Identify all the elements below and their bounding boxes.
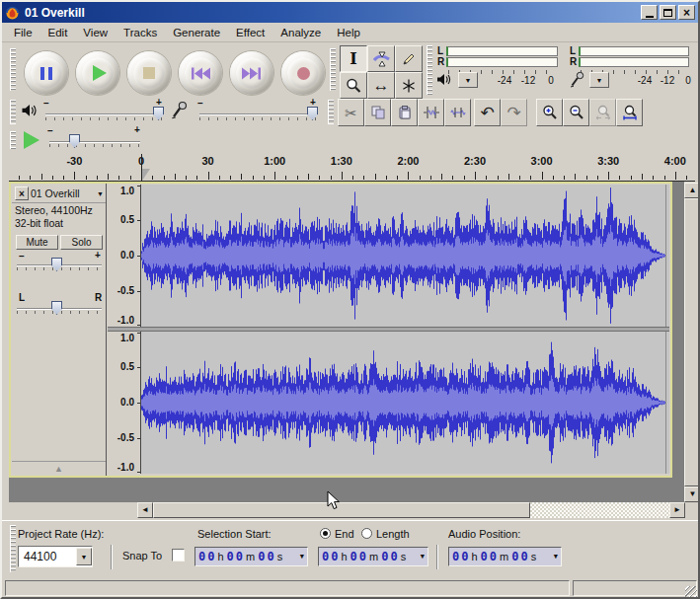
- transport-toolbar-grip[interactable]: [10, 48, 16, 91]
- track-collapse-button[interactable]: ▲: [12, 461, 106, 475]
- minimize-button[interactable]: [641, 5, 658, 20]
- edit-toolbar-grip[interactable]: [328, 100, 334, 124]
- ruler-tick: [430, 176, 431, 180]
- waveform-right-channel[interactable]: [141, 332, 669, 474]
- scroll-right-button[interactable]: ►: [669, 502, 685, 518]
- vertical-scrollbar-thumb[interactable]: [684, 198, 700, 487]
- vertical-scrollbar[interactable]: ▲ ▼: [684, 183, 700, 502]
- playback-meter-dropdown[interactable]: ▼: [458, 72, 478, 88]
- scroll-down-button[interactable]: ▼: [684, 487, 700, 502]
- end-radio[interactable]: [320, 528, 331, 539]
- draw-tool-button[interactable]: [395, 45, 423, 72]
- recording-meter-dropdown[interactable]: ▼: [589, 72, 609, 88]
- track-control-panel[interactable]: × 01 Overkill ▼ Stereo, 44100Hz 32-bit f…: [12, 184, 107, 476]
- selection-end-minutes[interactable]: 00: [350, 550, 368, 563]
- pause-button[interactable]: [25, 51, 68, 95]
- maximize-button[interactable]: [660, 5, 676, 20]
- horizontal-scrollbar-thumb[interactable]: [153, 502, 530, 518]
- scroll-up-button[interactable]: ▲: [684, 183, 700, 198]
- playback-meter-left-bar[interactable]: [446, 46, 558, 56]
- menu-edit[interactable]: Edit: [40, 25, 76, 40]
- vertical-ruler-right-channel[interactable]: 1.00.50.0-0.5-1.0: [108, 332, 141, 474]
- ruler-tick: [575, 174, 576, 180]
- selection-start-field[interactable]: 00h 00m 00s ▼: [194, 547, 308, 566]
- trim-button[interactable]: [418, 99, 444, 126]
- mixer-toolbar-grip[interactable]: [10, 100, 16, 124]
- zoom-in-button[interactable]: [536, 99, 563, 126]
- scroll-left-button[interactable]: ◄: [137, 502, 153, 518]
- menu-help[interactable]: Help: [329, 25, 368, 40]
- menu-generate[interactable]: Generate: [165, 25, 228, 40]
- playhead-marker[interactable]: [142, 169, 150, 181]
- time-format-dropdown-icon[interactable]: ▼: [554, 553, 558, 561]
- mute-button[interactable]: Mute: [16, 235, 58, 250]
- project-rate-select[interactable]: 44100 ▼: [18, 546, 93, 567]
- audio-position-field[interactable]: 00h 00m 00s ▼: [448, 547, 562, 566]
- fit-project-button[interactable]: [616, 99, 643, 126]
- tools-toolbar-grip[interactable]: [330, 48, 336, 91]
- play-at-speed-button[interactable]: [20, 130, 43, 150]
- audio-position-hours[interactable]: 00: [452, 550, 470, 563]
- transcription-toolbar-grip[interactable]: [10, 131, 16, 149]
- track-title-menu[interactable]: 01 Overkill ▼: [31, 187, 104, 200]
- solo-button[interactable]: Solo: [60, 235, 103, 250]
- zoom-tool-button[interactable]: [340, 72, 367, 99]
- menu-effect[interactable]: Effect: [228, 25, 272, 40]
- audacity-logo-icon: [5, 5, 20, 21]
- window-resize-grip[interactable]: [685, 586, 697, 598]
- menu-tracks[interactable]: Tracks: [116, 25, 165, 40]
- close-button[interactable]: ×: [678, 5, 695, 20]
- end-radio-label[interactable]: End: [335, 528, 354, 540]
- selection-start-seconds[interactable]: 00: [258, 550, 275, 563]
- redo-button[interactable]: ↷: [501, 99, 527, 126]
- track-menu-arrow-icon: ▼: [97, 190, 104, 197]
- timeshift-tool-button[interactable]: ↔: [367, 72, 395, 99]
- silence-button[interactable]: [444, 99, 471, 126]
- waveform-left-channel[interactable]: [141, 185, 669, 327]
- output-volume-slider[interactable]: [45, 113, 164, 115]
- skip-to-start-button[interactable]: [179, 51, 222, 95]
- vertical-ruler-left-channel[interactable]: 1.00.50.0-0.5-1.0: [108, 185, 141, 327]
- selection-start-hours[interactable]: 00: [198, 550, 216, 563]
- cut-button[interactable]: ✂: [338, 99, 364, 126]
- snap-to-checkbox[interactable]: [172, 549, 185, 562]
- length-radio[interactable]: [361, 528, 372, 539]
- zoom-out-button[interactable]: [563, 99, 589, 126]
- paste-button[interactable]: [391, 99, 418, 126]
- fit-selection-button[interactable]: [589, 99, 616, 126]
- length-radio-label[interactable]: Length: [376, 528, 410, 540]
- menu-analyze[interactable]: Analyze: [272, 25, 329, 40]
- envelope-tool-icon: [373, 51, 390, 67]
- undo-button[interactable]: ↶: [474, 99, 501, 126]
- envelope-tool-button[interactable]: [367, 45, 395, 72]
- record-button[interactable]: [281, 51, 325, 95]
- recording-meter-left-bar[interactable]: [579, 46, 689, 56]
- selection-end-hours[interactable]: 00: [322, 550, 340, 563]
- skip-to-end-button[interactable]: [230, 51, 273, 95]
- recording-meter-right-bar[interactable]: [579, 57, 689, 67]
- playback-meter-right-bar[interactable]: [446, 57, 558, 67]
- vruler-label: 0.0: [120, 397, 134, 408]
- audio-position-minutes[interactable]: 00: [481, 550, 499, 563]
- meter-toolbar-grip[interactable]: [427, 45, 432, 95]
- selection-toolbar-grip[interactable]: [10, 525, 16, 572]
- input-volume-slider[interactable]: [199, 113, 318, 115]
- time-format-dropdown-icon[interactable]: ▼: [300, 553, 304, 561]
- selection-start-minutes[interactable]: 00: [227, 550, 245, 563]
- playback-speed-slider[interactable]: [49, 141, 140, 143]
- stop-button[interactable]: [127, 51, 171, 95]
- selection-tool-button[interactable]: I: [340, 45, 367, 72]
- selection-end-seconds[interactable]: 00: [381, 550, 399, 563]
- copy-button[interactable]: [364, 99, 391, 126]
- menu-view[interactable]: View: [75, 25, 116, 40]
- audio-position-seconds[interactable]: 00: [511, 550, 529, 563]
- title-bar[interactable]: 01 Overkill ×: [2, 2, 698, 23]
- timeline-ruler[interactable]: -300301:001:302:002:303:003:304:00: [9, 152, 695, 182]
- horizontal-scrollbar[interactable]: ◄ ►: [137, 502, 685, 518]
- multi-tool-button[interactable]: [395, 72, 423, 99]
- play-button[interactable]: [76, 51, 119, 95]
- time-format-dropdown-icon[interactable]: ▼: [421, 553, 425, 561]
- selection-end-field[interactable]: 00h 00m 00s ▼: [318, 547, 428, 566]
- track-close-button[interactable]: ×: [15, 187, 29, 200]
- menu-file[interactable]: File: [6, 25, 40, 40]
